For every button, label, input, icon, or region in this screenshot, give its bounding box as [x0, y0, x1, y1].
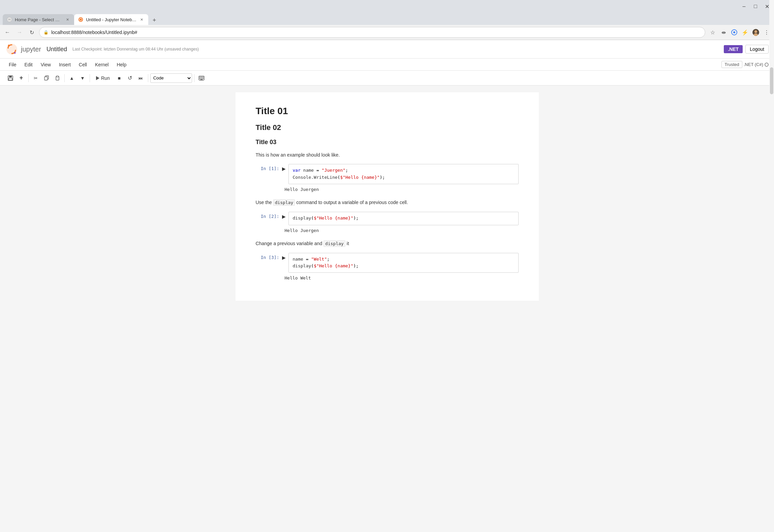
cell-2-run-icon[interactable]: ▶ [282, 212, 286, 219]
add-tab-button[interactable]: + [150, 15, 159, 25]
svg-point-5 [733, 31, 735, 33]
kernel-label: .NET (C#) [744, 62, 763, 67]
cell-3-code[interactable]: name = "Welt"; display($"Hello {name}"); [288, 253, 519, 273]
scrollbar-thumb[interactable] [770, 67, 773, 94]
toolbar-sep2 [64, 74, 65, 82]
svg-rect-21 [199, 77, 200, 78]
cell-1-code[interactable]: var name = "Juergen"; Console.WriteLine(… [288, 164, 519, 184]
save-button[interactable] [5, 73, 16, 83]
kernel-status-icon [765, 63, 769, 67]
menu-view[interactable]: View [37, 61, 54, 69]
menu-help[interactable]: Help [113, 61, 130, 69]
home-favicon-icon: H [7, 17, 12, 22]
keyboard-icon [198, 76, 205, 80]
cell-3-line-2: display($"Hello {name}"); [293, 263, 514, 270]
menu-kernel[interactable]: Kernel [92, 61, 112, 69]
cell-1-run-icon[interactable]: ▶ [282, 164, 286, 171]
title-bar: – □ ✕ [0, 0, 774, 13]
copy-icon [44, 75, 49, 80]
checkpoint-text: Last Checkpoint: letzten Donnerstag um 0… [72, 47, 199, 52]
svg-point-10 [8, 45, 10, 46]
url-bar[interactable]: 🔒 localhost:8888/notebooks/Untitled.ipyn… [39, 27, 705, 38]
menu-cell[interactable]: Cell [75, 61, 90, 69]
code-cell-3: In [3]: ▶ name = "Welt"; display($"Hello… [256, 253, 519, 273]
copy-button[interactable] [41, 73, 52, 83]
secure-icon: 🔒 [43, 30, 49, 35]
svg-point-11 [14, 52, 16, 54]
paste-icon [55, 75, 60, 80]
tab-home[interactable]: H Home Page - Select or create a n ✕ [3, 14, 74, 25]
para3-text1: Change a previous variable and [256, 241, 324, 246]
move-up-button[interactable]: ▲ [67, 73, 77, 83]
cell-1-output: Hello Juergen [285, 186, 519, 193]
move-down-button[interactable]: ▼ [78, 73, 88, 83]
tab-home-close-icon[interactable]: ✕ [65, 17, 70, 22]
code-cell-1: In [1]: ▶ var name = "Juergen"; Console.… [256, 164, 519, 184]
svg-text:H: H [8, 18, 11, 21]
cell-2-code[interactable]: display($"Hello {name}"); [288, 212, 519, 225]
svg-point-2 [79, 17, 83, 22]
svg-rect-23 [203, 77, 204, 78]
svg-rect-14 [9, 78, 12, 80]
tab-notebook-close-icon[interactable]: ✕ [139, 17, 144, 22]
keyboard-shortcut-button[interactable] [196, 73, 207, 83]
menu-edit[interactable]: Edit [21, 61, 36, 69]
heading-3: Title 03 [256, 139, 519, 146]
back-button[interactable]: ← [3, 28, 12, 37]
minimize-button[interactable]: – [740, 2, 748, 11]
restart-icon: ↺ [128, 75, 132, 81]
svg-rect-16 [44, 77, 48, 80]
restart-run-button[interactable]: ⏭ [136, 73, 146, 83]
add-cell-icon: + [20, 74, 23, 81]
maximize-button[interactable]: □ [751, 2, 760, 11]
cell-2-output: Hello Juergen [285, 227, 519, 234]
logout-button[interactable]: Logout [745, 45, 769, 54]
svg-rect-18 [57, 76, 58, 77]
bookmark-icon[interactable]: ☆ [708, 28, 717, 37]
toolbar-sep1 [28, 74, 29, 82]
para3-text2: it [345, 241, 349, 246]
tab-home-label: Home Page - Select or create a n [15, 17, 62, 22]
paste-button[interactable] [52, 73, 62, 83]
paragraph-3: Change a previous variable and display i… [256, 240, 519, 247]
stop-icon: ■ [118, 75, 120, 81]
cell-3-run-icon[interactable]: ▶ [282, 253, 286, 260]
grid-icon[interactable]: ⇼ [719, 28, 728, 37]
move-down-icon: ▼ [80, 75, 85, 81]
tab-notebook[interactable]: Untitled - Jupyter Notebook ✕ [74, 14, 148, 25]
chrome-icon[interactable] [730, 28, 739, 37]
toolbar-sep5 [194, 74, 194, 82]
run-icon [96, 76, 100, 80]
heading-2: Title 02 [256, 123, 519, 132]
toolbar-sep3 [90, 74, 90, 82]
menu-file[interactable]: File [5, 61, 20, 69]
restart-button[interactable]: ↺ [125, 73, 135, 83]
svg-rect-13 [9, 76, 12, 77]
forward-button[interactable]: → [15, 28, 24, 37]
reload-button[interactable]: ↻ [27, 28, 36, 37]
run-button[interactable]: Run [92, 74, 114, 82]
svg-rect-26 [203, 78, 204, 79]
add-cell-button[interactable]: + [16, 73, 26, 83]
svg-rect-22 [201, 77, 202, 78]
svg-rect-25 [201, 78, 202, 79]
cut-button[interactable]: ✂ [31, 73, 41, 83]
profile-icon[interactable] [751, 28, 761, 37]
menu-insert[interactable]: Insert [56, 61, 74, 69]
address-bar: ← → ↻ 🔒 localhost:8888/notebooks/Untitle… [0, 25, 774, 40]
title-bar-controls: – □ ✕ [740, 2, 771, 11]
extension-icon[interactable]: ⚡ [740, 28, 750, 37]
stop-button[interactable]: ■ [114, 73, 124, 83]
jupyter-logo: jupyter [5, 43, 41, 56]
cell-type-select[interactable]: Code Markdown Raw NBConvert Heading [150, 73, 192, 83]
browser-icons: ☆ ⇼ ⚡ ⋮ [708, 28, 771, 37]
trusted-badge[interactable]: Trusted [721, 61, 742, 68]
cut-icon: ✂ [34, 75, 38, 81]
kernel-info: .NET (C#) [744, 62, 769, 67]
jupyter-logo-icon [5, 43, 18, 56]
notebook-title[interactable]: Untitled [47, 46, 67, 53]
url-text: localhost:8888/notebooks/Untitled.ipynb# [51, 30, 137, 35]
tabs-bar: H Home Page - Select or create a n ✕ Unt… [0, 13, 774, 25]
cell-2-label: In [2]: [256, 212, 279, 219]
cell-1-label: In [1]: [256, 164, 279, 171]
